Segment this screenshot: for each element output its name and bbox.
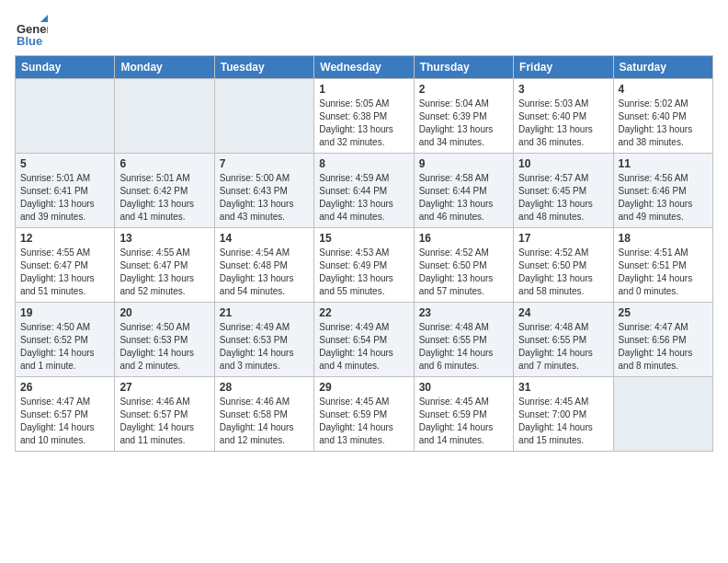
day-detail: Sunrise: 4:45 AM Sunset: 6:59 PM Dayligh… [319,396,408,447]
day-number: 26 [20,381,109,394]
day-detail: Sunrise: 4:49 AM Sunset: 6:54 PM Dayligh… [319,321,408,373]
day-detail: Sunrise: 4:51 AM Sunset: 6:51 PM Dayligh… [619,247,708,298]
calendar-cell: 26Sunrise: 4:47 AM Sunset: 6:57 PM Dayli… [16,377,115,452]
day-number: 11 [619,157,708,170]
day-detail: Sunrise: 4:59 AM Sunset: 6:44 PM Dayligh… [319,172,408,224]
day-detail: Sunrise: 5:00 AM Sunset: 6:43 PM Dayligh… [220,172,309,224]
day-detail: Sunrise: 4:50 AM Sunset: 6:52 PM Dayligh… [20,321,109,373]
calendar-cell: 11Sunrise: 4:56 AM Sunset: 6:46 PM Dayli… [613,154,712,228]
day-number: 31 [518,381,608,394]
day-detail: Sunrise: 4:50 AM Sunset: 6:53 PM Dayligh… [119,321,209,373]
calendar-cell [115,79,214,154]
calendar-cell [214,79,313,154]
day-detail: Sunrise: 4:47 AM Sunset: 6:56 PM Dayligh… [619,321,708,373]
day-number: 25 [619,306,708,319]
day-number: 17 [518,232,608,245]
week-row-4: 19Sunrise: 4:50 AM Sunset: 6:52 PM Dayli… [16,303,713,377]
week-row-5: 26Sunrise: 4:47 AM Sunset: 6:57 PM Dayli… [16,377,713,452]
day-number: 18 [619,232,708,245]
day-number: 16 [419,232,508,245]
day-number: 8 [319,157,408,170]
calendar-cell: 22Sunrise: 4:49 AM Sunset: 6:54 PM Dayli… [314,303,414,377]
calendar-cell: 18Sunrise: 4:51 AM Sunset: 6:51 PM Dayli… [613,228,712,303]
week-row-1: 1Sunrise: 5:05 AM Sunset: 6:38 PM Daylig… [16,79,713,154]
calendar-cell [16,79,115,154]
day-header-friday: Friday [514,56,613,79]
day-detail: Sunrise: 5:01 AM Sunset: 6:41 PM Dayligh… [20,172,109,224]
day-number: 12 [20,232,109,245]
day-detail: Sunrise: 4:52 AM Sunset: 6:50 PM Dayligh… [419,247,508,298]
calendar-cell: 15Sunrise: 4:53 AM Sunset: 6:49 PM Dayli… [314,228,414,303]
day-number: 5 [20,157,109,170]
day-detail: Sunrise: 4:56 AM Sunset: 6:46 PM Dayligh… [619,172,708,224]
calendar-cell: 21Sunrise: 4:49 AM Sunset: 6:53 PM Dayli… [214,303,313,377]
day-number: 7 [220,157,309,170]
day-header-monday: Monday [115,56,214,79]
calendar-cell: 29Sunrise: 4:45 AM Sunset: 6:59 PM Dayli… [314,377,414,452]
calendar-cell: 13Sunrise: 4:55 AM Sunset: 6:47 PM Dayli… [115,228,214,303]
day-number: 19 [20,306,109,319]
day-number: 1 [319,83,408,96]
day-number: 14 [220,232,309,245]
day-detail: Sunrise: 4:58 AM Sunset: 6:44 PM Dayligh… [419,172,508,224]
calendar-cell: 7Sunrise: 5:00 AM Sunset: 6:43 PM Daylig… [214,154,313,228]
day-detail: Sunrise: 4:49 AM Sunset: 6:53 PM Dayligh… [220,321,309,373]
day-number: 13 [119,232,209,245]
day-detail: Sunrise: 4:55 AM Sunset: 6:47 PM Dayligh… [20,247,109,298]
calendar-table: SundayMondayTuesdayWednesdayThursdayFrid… [15,55,713,452]
logo: General Blue [15,15,51,48]
day-detail: Sunrise: 5:03 AM Sunset: 6:40 PM Dayligh… [518,98,608,149]
svg-marker-2 [40,15,48,22]
day-detail: Sunrise: 5:05 AM Sunset: 6:38 PM Dayligh… [319,98,408,149]
calendar-body: 1Sunrise: 5:05 AM Sunset: 6:38 PM Daylig… [16,79,713,452]
day-header-saturday: Saturday [613,56,712,79]
day-detail: Sunrise: 4:52 AM Sunset: 6:50 PM Dayligh… [518,247,608,298]
day-detail: Sunrise: 4:48 AM Sunset: 6:55 PM Dayligh… [419,321,508,373]
day-header-thursday: Thursday [414,56,513,79]
day-number: 10 [518,157,608,170]
day-detail: Sunrise: 5:02 AM Sunset: 6:40 PM Dayligh… [619,98,708,149]
day-number: 6 [119,157,209,170]
calendar-cell: 3Sunrise: 5:03 AM Sunset: 6:40 PM Daylig… [514,79,613,154]
calendar-cell: 6Sunrise: 5:01 AM Sunset: 6:42 PM Daylig… [115,154,214,228]
day-detail: Sunrise: 5:01 AM Sunset: 6:42 PM Dayligh… [119,172,209,224]
calendar-cell: 1Sunrise: 5:05 AM Sunset: 6:38 PM Daylig… [314,79,414,154]
page-header: General Blue [15,15,713,48]
calendar-cell: 31Sunrise: 4:45 AM Sunset: 7:00 PM Dayli… [514,377,613,452]
day-number: 15 [319,232,408,245]
day-number: 22 [319,306,408,319]
day-detail: Sunrise: 4:54 AM Sunset: 6:48 PM Dayligh… [220,247,309,298]
day-detail: Sunrise: 4:45 AM Sunset: 6:59 PM Dayligh… [419,396,508,447]
calendar-cell: 2Sunrise: 5:04 AM Sunset: 6:39 PM Daylig… [414,79,513,154]
day-number: 4 [619,83,708,96]
day-header-wednesday: Wednesday [314,56,414,79]
day-number: 30 [419,381,508,394]
calendar-cell: 4Sunrise: 5:02 AM Sunset: 6:40 PM Daylig… [613,79,712,154]
day-number: 20 [119,306,209,319]
calendar-cell [613,377,712,452]
day-number: 28 [220,381,309,394]
day-number: 23 [419,306,508,319]
day-number: 9 [419,157,508,170]
calendar-cell: 10Sunrise: 4:57 AM Sunset: 6:45 PM Dayli… [514,154,613,228]
day-detail: Sunrise: 4:48 AM Sunset: 6:55 PM Dayligh… [518,321,608,373]
logo-icon: General Blue [15,15,48,48]
day-detail: Sunrise: 4:53 AM Sunset: 6:49 PM Dayligh… [319,247,408,298]
calendar-cell: 30Sunrise: 4:45 AM Sunset: 6:59 PM Dayli… [414,377,513,452]
calendar-cell: 25Sunrise: 4:47 AM Sunset: 6:56 PM Dayli… [613,303,712,377]
day-number: 21 [220,306,309,319]
day-header-sunday: Sunday [16,56,115,79]
day-number: 2 [419,83,508,96]
day-number: 24 [518,306,608,319]
calendar-cell: 19Sunrise: 4:50 AM Sunset: 6:52 PM Dayli… [16,303,115,377]
calendar-cell: 24Sunrise: 4:48 AM Sunset: 6:55 PM Dayli… [514,303,613,377]
calendar-cell: 28Sunrise: 4:46 AM Sunset: 6:58 PM Dayli… [214,377,313,452]
calendar-cell: 14Sunrise: 4:54 AM Sunset: 6:48 PM Dayli… [214,228,313,303]
day-detail: Sunrise: 4:57 AM Sunset: 6:45 PM Dayligh… [518,172,608,224]
calendar-cell: 20Sunrise: 4:50 AM Sunset: 6:53 PM Dayli… [115,303,214,377]
day-number: 3 [518,83,608,96]
day-number: 29 [319,381,408,394]
day-detail: Sunrise: 4:46 AM Sunset: 6:57 PM Dayligh… [119,396,209,447]
calendar-cell: 9Sunrise: 4:58 AM Sunset: 6:44 PM Daylig… [414,154,513,228]
week-row-3: 12Sunrise: 4:55 AM Sunset: 6:47 PM Dayli… [16,228,713,303]
